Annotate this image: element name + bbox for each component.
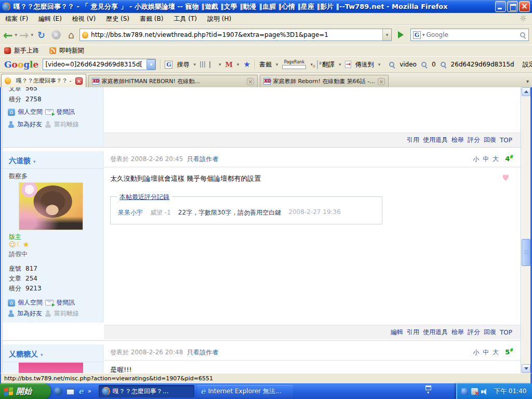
author-name-link[interactable]: 六道骸 ▾ xyxy=(9,156,35,166)
tab-reborn-stream-2[interactable]: 家庭教師 Reborn! 在線動畫 第66話 -... xyxy=(260,75,389,87)
translate-dropdown[interactable]: ▾ xyxy=(339,62,341,67)
search-options-dropdown[interactable]: ▾ xyxy=(193,62,196,67)
send-message-link[interactable]: 發簡訊 xyxy=(56,298,75,307)
volume-tray-icon[interactable] xyxy=(481,388,488,395)
report-link[interactable]: 檢舉 xyxy=(451,328,464,337)
rate-heart-icon[interactable] xyxy=(502,173,509,182)
only-author-link[interactable]: 只看該作者 xyxy=(187,155,218,164)
use-item-link[interactable]: 使用道具 xyxy=(423,328,448,337)
taskbar-clock[interactable]: 下午 01:40 xyxy=(494,387,526,396)
edit-link[interactable]: 編輯 xyxy=(391,328,403,337)
bookmark-getting-started[interactable]: 新手上路 xyxy=(14,46,39,55)
rate-link[interactable]: 評分 xyxy=(468,328,480,337)
floor-number[interactable]: 5# xyxy=(505,348,513,356)
toolbar-search-dropdown[interactable] xyxy=(147,59,155,70)
tab-reborn-stream-1[interactable]: 家庭教師HITMAN REBORN! 在線動... xyxy=(88,75,258,87)
quote-link[interactable]: 引用 xyxy=(407,328,419,337)
google-engine-icon[interactable] xyxy=(413,31,421,39)
menu-help[interactable]: 說明 (H) xyxy=(207,15,231,23)
top-link[interactable]: TOP xyxy=(500,329,512,336)
tab-list-dropdown[interactable]: ▾ xyxy=(526,78,531,84)
tab-close-icon[interactable] xyxy=(75,77,83,85)
toolbar-search-button[interactable]: 搜尋 xyxy=(177,60,189,69)
floor-number[interactable]: 4# xyxy=(505,155,513,163)
menu-bookmarks[interactable]: 書籤 (B) xyxy=(140,15,163,23)
close-button[interactable] xyxy=(519,1,530,12)
send-to-dropdown[interactable]: ▾ xyxy=(378,62,381,67)
size-small-link[interactable]: 小 xyxy=(473,348,479,357)
gmail-icon[interactable] xyxy=(225,61,232,69)
back-history-dropdown[interactable]: ▾ xyxy=(15,32,17,37)
personal-space-link[interactable]: 個人空間 xyxy=(18,298,43,307)
bookmarks-dropdown[interactable]: ▾ xyxy=(276,62,278,67)
scroll-down-button[interactable] xyxy=(522,364,530,373)
translate-button[interactable]: 翻譯 xyxy=(322,60,335,69)
size-medium-link[interactable]: 中 xyxy=(483,155,489,164)
personal-space-link[interactable]: 個人空間 xyxy=(18,108,43,116)
start-button[interactable]: 開始 xyxy=(0,383,51,399)
menu-edit[interactable]: 編輯 (E) xyxy=(38,15,62,23)
reload-button[interactable]: ↻ xyxy=(37,30,45,41)
search-icon[interactable] xyxy=(520,32,526,38)
quick-launch-overflow-icon[interactable]: » xyxy=(88,388,91,395)
pagerank-widget[interactable]: PageRank xyxy=(282,60,306,69)
stop-button[interactable] xyxy=(51,30,61,39)
add-friend-link[interactable]: 加為好友 xyxy=(17,309,42,318)
vertical-scrollbar[interactable] xyxy=(522,87,530,373)
scroll-up-button[interactable] xyxy=(522,87,530,96)
tab-thread[interactable]: 嘎？？怎麼回事？？ - 「 意見... xyxy=(1,74,86,87)
reply-link[interactable]: 回復 xyxy=(484,328,496,337)
find-word-video[interactable]: video xyxy=(400,61,417,68)
home-button[interactable]: ⌂ xyxy=(68,29,74,41)
restore-button[interactable] xyxy=(507,1,518,12)
scroll-thumb[interactable] xyxy=(522,239,530,266)
go-button[interactable] xyxy=(396,30,406,39)
search-input[interactable] xyxy=(427,31,518,38)
disconnected-tray-icon[interactable] xyxy=(471,388,478,395)
quick-launch-desktop-icon[interactable] xyxy=(66,388,74,395)
size-large-link[interactable]: 大 xyxy=(493,155,499,164)
task-button-firefox[interactable]: 嘎？？怎麼回事？... xyxy=(99,385,194,397)
apps-dropdown[interactable]: ▾ xyxy=(219,62,221,67)
engine-dropdown[interactable]: ▾ xyxy=(422,32,425,37)
menu-view[interactable]: 檢視 (V) xyxy=(72,15,96,23)
quote-link[interactable]: 引用 xyxy=(407,136,419,144)
toolbar-bookmarks-button[interactable]: 書籤 xyxy=(259,60,272,69)
toolbar-settings-button[interactable]: 設定 xyxy=(523,60,532,69)
size-large-link[interactable]: 大 xyxy=(493,348,499,357)
rating-user-link[interactable]: 呆呆小宇 xyxy=(118,208,143,217)
messenger-tray-icon[interactable] xyxy=(461,388,468,395)
task-button-ie[interactable]: Internet Explorer 無法... xyxy=(197,385,293,397)
photos-icon[interactable] xyxy=(209,61,210,68)
gmail-dropdown[interactable]: ▾ xyxy=(237,62,240,67)
minimize-button[interactable] xyxy=(495,1,506,12)
url-input[interactable] xyxy=(91,30,382,40)
author-name-link[interactable]: 乂糖糖乂 ▾ xyxy=(9,350,43,359)
bookmark-latest-news[interactable]: 即時新聞 xyxy=(59,46,84,55)
send-message-link[interactable]: 發簡訊 xyxy=(56,108,75,116)
only-author-link[interactable]: 只看該作者 xyxy=(187,348,218,357)
size-medium-link[interactable]: 中 xyxy=(483,348,489,357)
use-item-link[interactable]: 使用道具 xyxy=(423,136,448,144)
size-small-link[interactable]: 小 xyxy=(473,155,479,164)
split-search-icon[interactable] xyxy=(200,61,205,68)
quick-launch-browser-icon[interactable] xyxy=(54,387,62,395)
find-word-zero[interactable]: 0 xyxy=(432,61,436,68)
toolbar-search-input[interactable] xyxy=(43,61,147,68)
highlighter-icon[interactable] xyxy=(383,63,385,65)
forward-button[interactable]: → xyxy=(19,29,29,42)
tab-close-icon[interactable] xyxy=(378,78,385,85)
reply-link[interactable]: 回復 xyxy=(484,136,496,144)
tab-close-icon[interactable] xyxy=(247,78,254,85)
taskbar-toolbar-handle[interactable]: ▾ xyxy=(423,385,433,397)
back-button[interactable]: ← xyxy=(3,29,12,42)
rate-link[interactable]: 評分 xyxy=(468,136,480,144)
bookmark-star-icon[interactable] xyxy=(243,60,250,69)
menu-history[interactable]: 歷史 (S) xyxy=(106,15,129,23)
top-link[interactable]: TOP xyxy=(500,137,512,144)
find-word-hash[interactable]: 26d6429d69d8315d xyxy=(451,61,514,68)
report-link[interactable]: 檢舉 xyxy=(451,136,464,144)
forward-history-dropdown[interactable]: ▾ xyxy=(31,32,33,37)
send-to-button[interactable]: 傳送到 xyxy=(355,60,374,69)
add-friend-link[interactable]: 加為好友 xyxy=(17,120,42,129)
